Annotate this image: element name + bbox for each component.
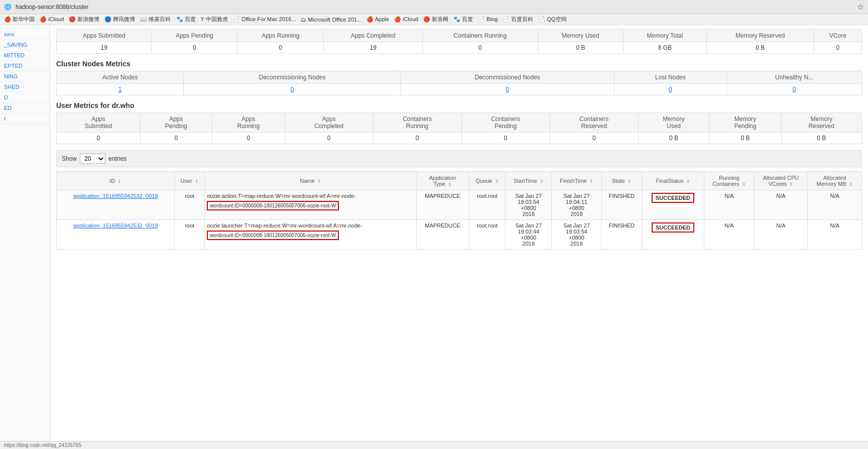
star-icon[interactable]: ☆ [857,2,864,12]
sidebar-item-running[interactable]: NING [0,71,50,82]
bookmark-item[interactable]: 📄 Office For Mac 2016... [233,16,296,23]
app-running-containers-cell: N/A [704,220,755,250]
col-apps-pending: Apps Pending [152,30,237,42]
app-start-time-cell: Sat Jan 2719:03:44+08002018 [506,220,552,250]
bookmark-item[interactable]: 📖 维基百科 [140,16,171,23]
app-state-cell: FINISHED [601,220,642,250]
col-cpu-vcores[interactable]: Allocated CPUVCores ⇕ [754,172,808,190]
val-vcore: 0 [814,42,861,54]
val-apps-pending: 0 [152,42,237,54]
bookmark-item[interactable]: 🗂 Microsoft Office 201... [301,17,361,23]
sidebar-item-saving[interactable]: _SAVING [0,40,50,50]
app-memory-mb-cell: N/A [808,190,862,220]
decommissioning-nodes-link[interactable]: 0 [291,86,294,93]
col-apps-running: Apps Running [237,30,324,42]
val-user-apps-completed: 0 [285,133,373,144]
col-user-apps-completed: AppsCompleted [285,113,373,133]
col-start-time[interactable]: StartTime ⇕ [506,172,552,190]
col-id[interactable]: ID ⇕ [57,172,175,190]
app-user-cell: root [175,220,205,250]
app-finish-time-cell: Sat Jan 2719:04:11+08002018 [552,190,602,220]
col-final-status[interactable]: FinalStatus ⇕ [642,172,704,190]
bookmark-item[interactable]: Y 中国雅虎 [201,16,228,23]
cluster-nodes-metrics-row: 1 0 0 0 0 [57,84,862,95]
bookmark-item[interactable]: 🐾 百度 [453,16,473,23]
val-unhealthy-nodes: 0 [727,84,862,95]
cluster-nodes-metrics-table: Active Nodes Decommissioning Nodes Decom… [56,71,862,95]
sidebar-item-submitted[interactable]: MITTED [0,50,50,61]
sidebar-item-other[interactable]: r [0,114,50,124]
val-user-apps-pending: 0 [140,133,212,144]
col-finish-time[interactable]: FinishTime ⇕ [552,172,602,190]
app-type-cell: MAPREDUCE [416,220,469,250]
col-memory-total: Memory Total [624,30,706,42]
user-metrics-row: 0 0 0 0 0 0 0 0 B 0 B 0 B [57,133,862,144]
bookmark-item[interactable]: 🔴 新浪微博 [69,16,99,23]
app-id-link[interactable]: application_1516955942532_0018 [73,222,158,229]
val-active-nodes: 1 [57,84,184,95]
app-final-status-cell: SUCCEEDED [642,220,704,250]
val-user-apps-submitted: 0 [57,133,141,144]
col-containers-running: Containers Running [423,30,538,42]
app-state-cell: FINISHED [601,190,642,220]
col-user-containers-running: ContainersRunning [373,113,461,133]
app-name-box: wordcount:ID=0000008-180126005007006-ooz… [207,201,339,210]
status-bar: https://blog.csdn.net/qq_24326765 [0,441,868,446]
bookmark-item[interactable]: 🐾 百度 [176,16,196,23]
col-queue[interactable]: Queue ⇕ [469,172,506,190]
bookmark-item[interactable]: 📄 QQ空间 [538,16,566,23]
app-queue-cell: root.root [469,190,506,220]
cluster-app-metrics-row: 19 0 0 19 0 0 B 8 GB 0 B 0 [57,42,862,54]
sidebar: ions _SAVING MITTED EPTED NING SHED D ED… [0,25,50,446]
col-app-type[interactable]: ApplicationType ⇕ [416,172,469,190]
app-name-prefix: oozie:action:T=map-reduce:W=mr-wordcount… [207,193,414,199]
app-start-time-cell: Sat Jan 2719:03:54+08002018 [506,190,552,220]
sidebar-item-failed[interactable]: D [0,92,50,103]
col-user-apps-submitted: AppsSubmitted [57,113,141,133]
decommissioned-nodes-link[interactable]: 0 [506,86,509,93]
col-user-containers-pending: ContainersPending [461,113,550,133]
app-name-cell: oozie:action:T=map-reduce:W=mr-wordcount… [205,190,417,220]
col-user-memory-reserved: MemoryReserved [781,113,861,133]
val-user-containers-pending: 0 [461,133,550,144]
col-active-nodes: Active Nodes [57,71,184,84]
bookmark-item[interactable]: 🔴 新浪网 [423,16,448,23]
main-layout: ions _SAVING MITTED EPTED NING SHED D ED… [0,25,868,446]
bookmark-item[interactable]: 🍎 iCloud [40,16,64,23]
sidebar-item-ions[interactable]: ions [0,29,50,40]
app-final-status-cell: SUCCEEDED [642,190,704,220]
bookmark-item[interactable]: 📄 Bing [478,16,498,23]
sidebar-item-killed[interactable]: ED [0,103,50,114]
sidebar-item-accepted[interactable]: EPTED [0,61,50,71]
entries-select[interactable]: 10 20 50 100 [80,154,105,164]
app-memory-mb-cell: N/A [808,220,862,250]
unhealthy-nodes-link[interactable]: 0 [793,86,796,93]
col-running-containers[interactable]: RunningContainers ⇕ [704,172,755,190]
app-finish-time-cell: Sat Jan 2719:03:54+08002018 [552,220,602,250]
show-label: Show [62,155,77,162]
val-decommissioning-nodes: 0 [184,84,401,95]
table-row: application_1516955942532_0019 root oozi… [57,190,862,220]
lost-nodes-link[interactable]: 0 [669,86,672,93]
bookmark-item[interactable]: 📄 百度百科 [503,16,533,23]
bookmark-item[interactable]: 🍎 Apple [366,16,389,23]
status-badge: SUCCEEDED [652,222,694,233]
bookmark-item[interactable]: 🔵 腾讯微博 [104,16,135,23]
apps-table-header-row: ID ⇕ User ⇕ Name ⇕ ApplicationType ⇕ Que… [57,172,862,190]
app-id-cell: application_1516955942532_0019 [57,190,175,220]
sidebar-item-finished[interactable]: SHED [0,82,50,92]
bookmark-item[interactable]: 🍎 新华中国 [4,16,35,23]
col-state[interactable]: State ⇕ [601,172,642,190]
app-user-cell: root [175,190,205,220]
bookmark-item[interactable]: 🍎 iCloud [394,16,418,23]
app-type-cell: MAPREDUCE [416,190,469,220]
app-name-cell: oozie:launcher:T=map-reduce:W=mr-wordcou… [205,220,417,250]
col-memory-mb[interactable]: AllocatedMemory MB ⇕ [808,172,862,190]
app-id-link[interactable]: application_1516955942532_0019 [73,193,158,199]
active-nodes-link[interactable]: 1 [118,86,122,93]
col-name[interactable]: Name ⇕ [205,172,417,190]
val-user-memory-reserved: 0 B [781,133,861,144]
col-user[interactable]: User ⇕ [175,172,205,190]
col-unhealthy-nodes: Unhealthy N... [727,71,862,84]
val-apps-running: 0 [237,42,324,54]
